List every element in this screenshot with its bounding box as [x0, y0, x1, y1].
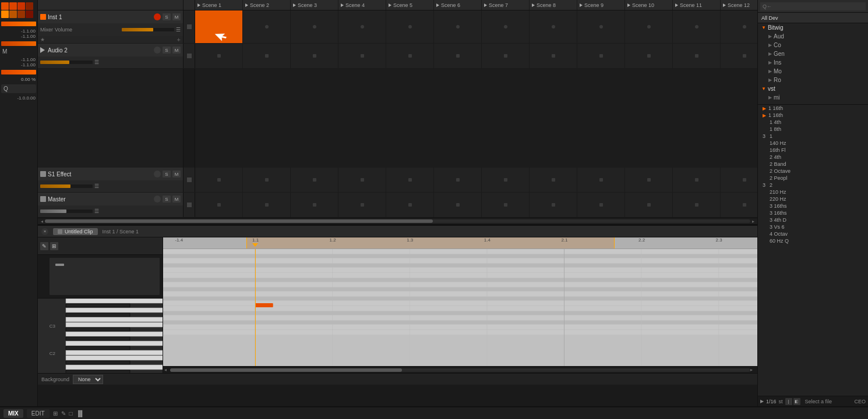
tb-icon-1[interactable]: ⊞ — [53, 410, 58, 417]
master-scene5[interactable] — [386, 193, 434, 217]
inst1-menu-icon[interactable]: ☰ — [176, 27, 181, 33]
color-swatch-4[interactable] — [26, 2, 33, 10]
q-item-14[interactable]: 220 Hz — [758, 196, 868, 203]
master-scene8[interactable] — [530, 193, 577, 217]
tree-item-ins[interactable]: ▶ Ins — [758, 58, 868, 67]
bg-selector[interactable]: None — [73, 375, 103, 384]
scene-header-cell-8[interactable]: Scene 8 — [530, 0, 577, 10]
q-item-18[interactable]: 3 Vs 6 — [758, 223, 868, 230]
effect-scene10[interactable] — [625, 168, 673, 192]
tb-icon-3[interactable]: □ — [69, 410, 73, 417]
master-scene10[interactable] — [625, 193, 673, 217]
q-item-12[interactable]: 3 2 — [758, 182, 868, 189]
master-scene2[interactable] — [243, 193, 291, 217]
scroll-right-arrow[interactable]: ▸ — [750, 219, 756, 224]
scene-header-cell-12[interactable]: Scene 12 — [721, 0, 757, 10]
master-menu-icon[interactable]: ☰ — [94, 208, 99, 214]
q-item-19[interactable]: 4 Octav — [758, 230, 868, 237]
clip-name-badge[interactable]: Untitled Clip — [53, 228, 98, 235]
audio2-arm-btn[interactable] — [154, 47, 161, 54]
q-item-7[interactable]: 16th Fl — [758, 147, 868, 154]
inst1-star[interactable]: ★ — [40, 37, 45, 42]
search-input[interactable] — [760, 2, 866, 10]
master-scene12[interactable] — [721, 193, 757, 217]
effect-scene8[interactable] — [530, 168, 577, 192]
master-s-btn[interactable]: S — [163, 196, 171, 203]
edit-btn[interactable]: EDIT — [27, 409, 50, 418]
pr-scroll-left[interactable]: ◂ — [164, 367, 170, 372]
scene-header-cell-3[interactable]: Scene 3 — [291, 0, 338, 10]
effect-menu-icon[interactable]: ☰ — [94, 183, 99, 189]
inst1-scene12-cell[interactable] — [721, 10, 757, 43]
color-swatch-7[interactable] — [17, 10, 25, 18]
audio2-scene8-cell[interactable] — [530, 44, 577, 68]
scene-header-cell-2[interactable]: Scene 2 — [243, 0, 291, 10]
q-item-17[interactable]: 3 4th D — [758, 216, 868, 223]
master-scene3[interactable] — [291, 193, 338, 217]
effect-scene6[interactable] — [434, 168, 482, 192]
audio2-s-btn[interactable]: S — [163, 47, 171, 54]
scene-header-cell-5[interactable]: Scene 5 — [386, 0, 434, 10]
audio2-scene7-cell[interactable] — [482, 44, 530, 68]
scroll-left-arrow[interactable]: ◂ — [39, 219, 45, 224]
pr-close-btn[interactable]: × — [41, 228, 48, 235]
effect-scene1[interactable] — [195, 168, 243, 192]
master-scene1[interactable] — [195, 193, 243, 217]
pr-playhead[interactable] — [252, 243, 258, 247]
q-item-9[interactable]: 2 Band — [758, 161, 868, 168]
inst1-scene9-cell[interactable] — [577, 10, 625, 43]
audio2-stop-col[interactable] — [184, 44, 195, 68]
q-item-6[interactable]: 140 Hz — [758, 140, 868, 147]
scene-header-cell-1[interactable]: Scene 1 — [195, 0, 243, 10]
audio2-m-btn[interactable]: M — [172, 47, 181, 54]
piano-roll-grid[interactable]: -1.4 1.1 1.2 1.3 1.4 2.1 2.2 2.3 — [163, 237, 757, 373]
q-item-3[interactable]: 1 4th — [758, 119, 868, 126]
inst1-arm-btn[interactable] — [154, 13, 161, 20]
inst1-scene2-cell[interactable] — [243, 10, 291, 43]
q-item-11[interactable]: 2 Peopl — [758, 175, 868, 182]
q-item-10[interactable]: 2 Octave — [758, 168, 868, 175]
effect-scene9[interactable] — [577, 168, 625, 192]
audio2-scene9-cell[interactable] — [577, 44, 625, 68]
effect-scene2[interactable] — [243, 168, 291, 192]
tr-btn-1[interactable]: | — [785, 398, 792, 405]
inst1-vol-slider[interactable] — [122, 28, 174, 31]
horizontal-scrollbar[interactable]: ◂ ▸ — [38, 218, 757, 225]
inst1-scene1-cell[interactable] — [195, 10, 243, 43]
audio2-scene3-cell[interactable] — [291, 44, 338, 68]
scrollbar-track[interactable] — [45, 219, 750, 223]
q-item-15[interactable]: 3 16ths — [758, 203, 868, 210]
tree-item-bitwig[interactable]: ▼ Bitwig — [758, 23, 868, 32]
q-item-13[interactable]: 210 Hz — [758, 189, 868, 196]
scene-header-cell-11[interactable]: Scene 11 — [673, 0, 721, 10]
inst1-stop-col[interactable] — [184, 10, 195, 43]
audio2-vol-slider[interactable] — [40, 61, 93, 64]
pr-grid-body[interactable] — [163, 249, 757, 366]
tree-item-ro[interactable]: ▶ Ro — [758, 76, 868, 84]
q-item-16[interactable]: 3 16ths — [758, 210, 868, 216]
color-swatch-8[interactable] — [26, 10, 33, 18]
audio2-scene10-cell[interactable] — [625, 44, 673, 68]
effect-scene4[interactable] — [338, 168, 386, 192]
effect-stop-col[interactable] — [184, 168, 195, 192]
tree-item-mo[interactable]: ▶ Mo — [758, 67, 868, 76]
effect-scene11[interactable] — [673, 168, 721, 192]
master-arm-btn[interactable] — [154, 196, 161, 203]
q-item-8[interactable]: 2 4th — [758, 154, 868, 161]
inst1-m-btn[interactable]: M — [172, 13, 181, 20]
effect-arm-btn[interactable] — [154, 171, 161, 177]
color-swatch-5[interactable] — [1, 10, 9, 18]
inst1-s-btn[interactable]: S — [163, 13, 171, 20]
q-item-5[interactable]: 3 1 — [758, 133, 868, 140]
effect-scene12[interactable] — [721, 168, 757, 192]
scene-header-cell-4[interactable]: Scene 4 — [338, 0, 386, 10]
effect-scene3[interactable] — [291, 168, 338, 192]
effect-scene5[interactable] — [386, 168, 434, 192]
scrollbar-thumb[interactable] — [45, 219, 433, 223]
audio2-scene6-cell[interactable] — [434, 44, 482, 68]
q-item-4[interactable]: 1 8th — [758, 126, 868, 133]
master-scene11[interactable] — [673, 193, 721, 217]
inst1-scene4-cell[interactable] — [338, 10, 386, 43]
effect-s-btn[interactable]: S — [163, 171, 171, 177]
audio2-scene2-cell[interactable] — [243, 44, 291, 68]
